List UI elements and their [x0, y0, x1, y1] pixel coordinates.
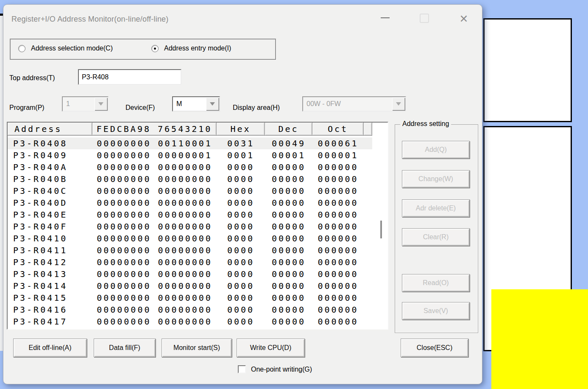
cell-bits: 00000000 00000000	[92, 293, 217, 303]
edit-off-line-button[interactable]: Edit off-line(A)	[13, 339, 87, 357]
address-monitor-table[interactable]: AddressFEDCBA98 76543210HexDecOct P3-R04…	[7, 122, 388, 330]
table-row[interactable]: P3-R040F00000000 00000000000000000000000	[8, 221, 372, 232]
cell-dec: 00000	[265, 162, 312, 172]
cell-address: P3-R0411	[8, 245, 92, 255]
cell-oct: 000001	[312, 150, 364, 160]
table-row[interactable]: P3-R041700000000 00000000000000000000000	[8, 316, 372, 327]
cell-address: P3-R040B	[8, 174, 92, 184]
close-icon[interactable]: ✕	[457, 11, 470, 26]
monitor-start-button[interactable]: Monitor start(S)	[162, 339, 232, 357]
write-cpu-button[interactable]: Write CPU(D)	[237, 339, 305, 357]
address-setting-title: Address setting	[400, 120, 451, 128]
display-area-value: 00W - 0FW	[303, 97, 392, 111]
table-row[interactable]: P3-R041600000000 00000000000000000000000	[8, 304, 372, 316]
device-value: M	[173, 97, 206, 111]
cell-oct: 000000	[312, 210, 364, 220]
cell-hex: 0000	[217, 293, 265, 303]
cell-bits: 00000000 00000000	[92, 281, 217, 291]
program-value: 1	[63, 97, 94, 111]
cell-hex: 0000	[217, 221, 265, 232]
column-header-dec[interactable]: Dec	[265, 123, 312, 136]
scrollbar-thumb[interactable]	[380, 221, 382, 238]
chevron-down-icon[interactable]	[206, 98, 219, 110]
cell-hex: 0000	[217, 210, 265, 220]
table-row[interactable]: P3-R041400000000 00000000000000000000000	[8, 280, 372, 292]
cell-hex: 0000	[217, 269, 265, 279]
table-row[interactable]: P3-R040C00000000 00000000000000000000000	[8, 185, 372, 197]
cell-address: P3-R0408	[8, 138, 92, 148]
cell-hex: 0000	[217, 316, 265, 327]
cell-oct: 000000	[312, 174, 364, 184]
cell-hex: 0000	[217, 245, 265, 255]
column-header-hex[interactable]: Hex	[217, 123, 265, 136]
adr-delete-button: Adr delete(E)	[402, 199, 470, 217]
display-area-dropdown: 00W - 0FW	[302, 96, 406, 112]
cell-dec: 00049	[265, 138, 312, 148]
cell-dec: 00000	[265, 316, 312, 327]
cell-dec: 00000	[265, 186, 312, 196]
cell-bits: 00000000 00000000	[92, 210, 217, 220]
cell-hex: 0000	[217, 233, 265, 243]
radio-address-entry-mode[interactable]: Address entry mode(I)	[151, 45, 231, 52]
cell-oct: 000000	[312, 233, 364, 243]
cell-address: P3-R040F	[8, 221, 92, 232]
cell-address: P3-R0413	[8, 269, 92, 279]
cell-hex: 0000	[217, 186, 265, 196]
cell-bits: 00000000 00000000	[92, 257, 217, 267]
cell-dec: 00000	[265, 245, 312, 255]
cell-dec: 00000	[265, 221, 312, 232]
cell-hex: 0000	[217, 281, 265, 291]
cell-oct: 000000	[312, 245, 364, 255]
table-row[interactable]: P3-R040D00000000 00000000000000000000000	[8, 197, 372, 209]
cell-address: P3-R0409	[8, 150, 92, 160]
radio-address-selection-mode[interactable]: Address selection mode(C)	[18, 45, 113, 52]
table-row[interactable]: P3-R040800000000 00110001003100049000061	[8, 137, 372, 149]
close-esc-button[interactable]: Close(ESC)	[401, 339, 468, 357]
table-row[interactable]: P3-R040900000000 00000001000100001000001	[8, 149, 372, 161]
minimize-icon[interactable]	[381, 17, 390, 18]
cell-bits: 00000000 00000000	[92, 245, 217, 255]
cell-oct: 000000	[312, 293, 364, 303]
device-dropdown[interactable]: M	[172, 96, 220, 112]
radio-unchecked-icon	[18, 45, 25, 52]
cell-oct: 000000	[312, 162, 364, 172]
checkbox-unchecked-icon[interactable]	[238, 365, 246, 373]
table-row[interactable]: P3-R040B00000000 00000000000000000000000	[8, 173, 372, 185]
table-row[interactable]: P3-R040E00000000 00000000000000000000000	[8, 209, 372, 221]
table-row[interactable]: P3-R041300000000 00000000000000000000000	[8, 268, 372, 280]
address-setting-group: Address setting Add(Q)Change(W)Adr delet…	[395, 124, 478, 333]
save-button: Save(V)	[402, 302, 470, 320]
table-header-row: AddressFEDCBA98 76543210HexDecOct	[8, 123, 387, 136]
column-header-oct[interactable]: Oct	[312, 123, 364, 136]
radio-checked-icon	[151, 45, 159, 52]
cell-hex: 0000	[217, 198, 265, 208]
table-row[interactable]: P3-R041000000000 00000000000000000000000	[8, 232, 372, 244]
table-row[interactable]: P3-R041500000000 00000000000000000000000	[8, 292, 372, 304]
cell-address: P3-R0415	[8, 293, 92, 303]
cell-oct: 000000	[312, 316, 364, 327]
cell-oct: 000000	[312, 281, 364, 291]
table-row[interactable]: P3-R041100000000 00000000000000000000000	[8, 244, 372, 256]
top-address-input[interactable]	[78, 69, 181, 85]
table-row[interactable]: P3-R040A00000000 00000000000000000000000	[8, 161, 372, 173]
chevron-down-icon	[95, 98, 107, 110]
cell-oct: 000000	[312, 269, 364, 279]
cell-dec: 00000	[265, 174, 312, 184]
register-io-address-monitor-dialog: Register+I/O Address Monitor(on-line/off…	[3, 4, 482, 384]
yellow-highlight-region	[491, 289, 588, 389]
table-rows: P3-R040800000000 00110001003100049000061…	[8, 136, 387, 327]
cell-bits: 00000000 00000000	[92, 233, 217, 243]
data-fill-button[interactable]: Data fill(F)	[94, 339, 156, 357]
cell-dec: 00000	[265, 257, 312, 267]
cell-hex: 0000	[217, 257, 265, 267]
cell-address: P3-R0417	[8, 316, 92, 327]
column-header-bits[interactable]: FEDCBA98 76543210	[92, 123, 217, 136]
cell-oct: 000000	[312, 221, 364, 232]
column-header-address[interactable]: Address	[8, 123, 92, 136]
cell-address: P3-R040E	[8, 210, 92, 220]
cell-oct: 000061	[312, 138, 364, 148]
cell-dec: 00000	[265, 269, 312, 279]
one-point-writing-checkbox-row[interactable]: One-point writing(G)	[238, 365, 312, 373]
title-bar[interactable]: Register+I/O Address Monitor(on-line/off…	[3, 5, 482, 32]
table-row[interactable]: P3-R041200000000 00000000000000000000000	[8, 256, 372, 268]
